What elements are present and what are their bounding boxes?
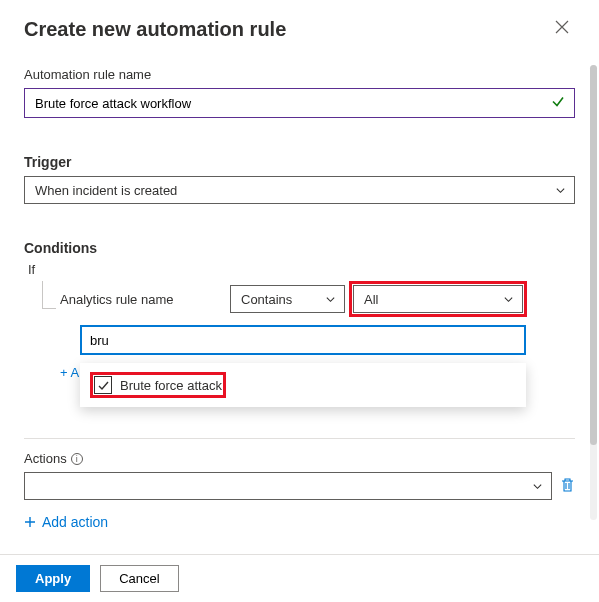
highlight-box: All <box>349 281 527 317</box>
chevron-down-icon <box>324 293 336 305</box>
tree-line <box>42 281 56 309</box>
condition-operator-select[interactable]: Contains <box>230 285 345 313</box>
delete-action-button[interactable] <box>560 477 575 496</box>
chevron-down-icon <box>502 293 514 305</box>
dropdown-option-label[interactable]: Brute force attack <box>120 378 222 393</box>
operator-value: Contains <box>241 292 292 307</box>
add-action-label: Add action <box>42 514 108 530</box>
divider <box>24 438 575 439</box>
add-action-button[interactable]: Add action <box>24 514 108 530</box>
rule-name-label: Automation rule name <box>24 67 575 82</box>
trigger-select[interactable]: When incident is created <box>24 176 575 204</box>
page-title: Create new automation rule <box>24 18 286 41</box>
check-icon <box>97 379 110 392</box>
plus-icon <box>24 516 36 528</box>
info-icon[interactable]: i <box>71 453 83 465</box>
condition-value: All <box>364 292 378 307</box>
footer: Apply Cancel <box>0 554 599 602</box>
rule-name-input[interactable] <box>24 88 575 118</box>
conditions-label: Conditions <box>24 240 575 256</box>
close-icon <box>555 20 569 34</box>
trigger-value: When incident is created <box>35 183 177 198</box>
dropdown-panel: Brute force attack <box>80 363 526 407</box>
actions-label: Actions <box>24 451 67 466</box>
condition-search-input[interactable] <box>80 325 526 355</box>
apply-button[interactable]: Apply <box>16 565 90 592</box>
chevron-down-icon <box>554 184 566 196</box>
scrollbar-thumb[interactable] <box>590 65 597 445</box>
cancel-button[interactable]: Cancel <box>100 565 178 592</box>
trash-icon <box>560 477 575 493</box>
trigger-label: Trigger <box>24 154 575 170</box>
chevron-down-icon <box>531 480 543 492</box>
add-condition-link[interactable]: + A <box>60 365 79 380</box>
option-checkbox[interactable] <box>94 376 112 394</box>
close-button[interactable] <box>549 18 575 40</box>
highlight-box: Brute force attack <box>90 372 226 398</box>
condition-field-label: Analytics rule name <box>60 292 230 307</box>
action-select[interactable] <box>24 472 552 500</box>
if-label: If <box>28 262 575 277</box>
check-icon <box>551 95 565 112</box>
condition-value-select[interactable]: All <box>353 285 523 313</box>
